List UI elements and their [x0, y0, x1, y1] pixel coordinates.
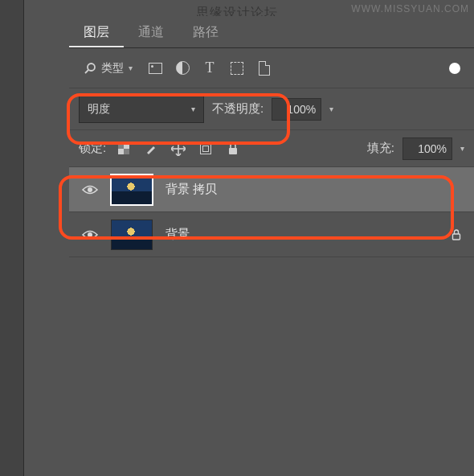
tab-paths[interactable]: 路径: [178, 16, 233, 47]
chevron-down-icon[interactable]: ▾: [460, 144, 464, 153]
filter-shape-icon[interactable]: [227, 59, 247, 78]
chevron-down-icon[interactable]: ▾: [329, 105, 333, 113]
search-icon: [84, 62, 96, 75]
layer-row[interactable]: 背景 拷贝: [69, 167, 474, 212]
fill-input[interactable]: 100%: [402, 137, 452, 160]
layer-name[interactable]: 背景 拷贝: [165, 182, 217, 197]
lock-all-icon[interactable]: [223, 139, 243, 158]
lock-label: 锁定:: [79, 141, 106, 156]
visibility-toggle-icon[interactable]: [82, 184, 98, 195]
chevron-down-icon: ▾: [191, 105, 195, 113]
opacity-value: 100%: [287, 103, 316, 116]
blend-mode-select[interactable]: 明度 ▾: [79, 96, 204, 123]
filter-row: 类型 ▾ T: [69, 48, 474, 88]
layer-thumbnail[interactable]: [111, 174, 153, 205]
filter-type-label: 类型: [101, 61, 124, 76]
tab-channels[interactable]: 通道: [124, 16, 178, 47]
opacity-label: 不透明度:: [212, 101, 264, 117]
layer-name[interactable]: 背景: [165, 227, 190, 242]
tab-layers[interactable]: 图层: [69, 16, 124, 47]
lock-transparency-icon[interactable]: [114, 139, 133, 158]
layer-row[interactable]: 背景: [69, 212, 474, 257]
filter-smart-icon[interactable]: [255, 59, 274, 78]
blend-row: 明度 ▾ 不透明度: 100% ▾: [69, 88, 474, 130]
svg-rect-7: [453, 234, 460, 240]
filter-adjustment-icon[interactable]: [173, 59, 192, 78]
layers-panel: 图层 通道 路径 类型 ▾ T 明度 ▾ 不透明度: 100% ▾ 锁定:: [69, 16, 474, 476]
visibility-toggle-icon[interactable]: [82, 229, 98, 240]
fill-value: 100%: [418, 142, 447, 155]
svg-line-1: [85, 70, 88, 73]
chevron-down-icon: ▾: [129, 64, 133, 72]
svg-point-6: [88, 232, 92, 237]
fill-label: 填充:: [367, 141, 394, 156]
lock-row: 锁定: 填充: 100% ▾: [69, 130, 474, 167]
layer-thumbnail[interactable]: [111, 220, 153, 250]
blend-mode-value: 明度: [88, 102, 110, 117]
lock-position-icon[interactable]: [169, 139, 188, 158]
watermark-right: WWW.MISSYUAN.COM: [351, 3, 469, 14]
svg-rect-4: [229, 148, 237, 154]
panel-tabs: 图层 通道 路径: [69, 16, 474, 48]
svg-point-5: [88, 187, 92, 192]
filter-toggle-icon[interactable]: [445, 59, 464, 78]
lock-icon: [452, 229, 461, 240]
svg-point-0: [88, 64, 95, 71]
filter-type-dropdown[interactable]: 类型 ▾: [79, 60, 137, 77]
filter-type-text-icon[interactable]: T: [200, 59, 219, 78]
lock-pixels-icon[interactable]: [141, 139, 161, 158]
left-sidebar-strip: [0, 0, 24, 476]
lock-artboard-icon[interactable]: [196, 139, 215, 158]
layers-list: 背景 拷贝 背景: [69, 167, 474, 257]
filter-pixel-icon[interactable]: [145, 59, 165, 78]
opacity-input[interactable]: 100%: [272, 98, 321, 121]
